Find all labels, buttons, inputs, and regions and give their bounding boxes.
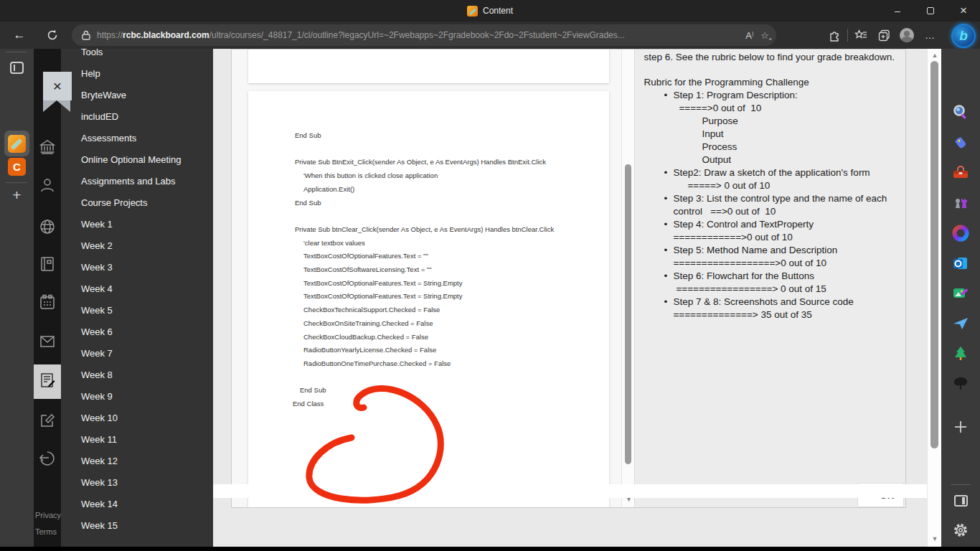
document-viewer[interactable]: End Sub Private Sub BtnExit_Click(sender… [232, 50, 634, 507]
rubric-line: =====> 0 out of 10 [635, 179, 905, 192]
menu-item-week-13[interactable]: Week 13 [61, 472, 213, 494]
sidebar-shopping-button[interactable] [941, 133, 980, 155]
refresh-icon [47, 29, 58, 41]
rail-calendar[interactable] [34, 289, 61, 318]
tab-c[interactable]: C [0, 158, 34, 176]
scroll-up-icon[interactable]: ▲ [928, 52, 942, 59]
rail-grades[interactable] [34, 364, 61, 399]
menu-item-online-optional-meeting[interactable]: Online Optional Meeting [61, 149, 213, 171]
menu-item-week-14[interactable]: Week 14 [61, 494, 213, 515]
close-menu-button[interactable]: × [43, 72, 72, 100]
menu-item-tools[interactable]: Tools [61, 49, 213, 63]
collections-icon [878, 29, 890, 42]
search-icon [951, 103, 970, 125]
code-line: End Sub [293, 129, 609, 143]
menu-item-week-5[interactable]: Week 5 [61, 300, 213, 321]
code-line [293, 209, 609, 223]
address-bar[interactable]: https://rcbc.blackboard.com/ultra/course… [72, 24, 776, 46]
sidebar-games-button[interactable] [941, 194, 980, 215]
maximize-button[interactable] [914, 0, 947, 22]
active-tab-title: Content [0, 0, 980, 22]
refresh-button[interactable] [40, 23, 65, 47]
rail-messages[interactable] [34, 329, 61, 357]
blackboard-nav-rail: PrivacyTerms [34, 49, 61, 547]
sidebar-add-button[interactable] [941, 419, 980, 438]
rubric-line: Rubric for the Programming Challenge [635, 76, 905, 89]
bullet-icon: • [664, 218, 667, 231]
menu-item-week-12[interactable]: Week 12 [61, 451, 213, 472]
menu-item-week-9[interactable]: Week 9 [61, 386, 213, 408]
close-button[interactable]: × [947, 0, 980, 22]
menu-item-week-6[interactable]: Week 6 [61, 321, 213, 343]
rail-courses[interactable] [34, 251, 61, 280]
menu-item-week-11[interactable]: Week 11 [61, 429, 213, 451]
back-button[interactable]: ← [7, 23, 32, 47]
tab-content[interactable] [0, 135, 34, 153]
new-tab-button[interactable]: + [0, 187, 34, 204]
collections-button[interactable] [872, 23, 895, 47]
source-code: End Sub Private Sub BtnExit_Click(sender… [248, 91, 609, 411]
content-area: End Sub Private Sub BtnExit_Click(sender… [213, 49, 927, 547]
add-favorite-button[interactable]: ☆+ [760, 30, 769, 41]
favorites-button[interactable] [849, 23, 872, 47]
document-scrollbar[interactable]: ▼ [621, 50, 634, 507]
menu-item-assignments-and-labs[interactable]: Assignments and Labs [61, 171, 213, 192]
sidebar-drop-button[interactable] [941, 314, 980, 336]
footer-link-privacy[interactable]: Privacy [35, 511, 61, 519]
rail-institution[interactable] [34, 134, 61, 163]
add-icon [953, 419, 969, 438]
read-aloud-button[interactable]: A) [745, 30, 753, 41]
minimize-button[interactable]: – [881, 0, 914, 22]
document-page [248, 50, 609, 83]
menu-item-help[interactable]: Help [61, 63, 213, 85]
menu-item-week-7[interactable]: Week 7 [61, 343, 213, 364]
menu-item-week-2[interactable]: Week 2 [61, 235, 213, 257]
menu-item-included[interactable]: includED [61, 106, 213, 128]
code-line: TextBoxCostOfSoftwareLicensing.Text = "" [293, 263, 609, 277]
tabstrip-divider [6, 182, 27, 183]
scroll-down-icon[interactable]: ▼ [928, 535, 942, 542]
sidebar-image-creator-button[interactable] [941, 284, 980, 306]
rubric-line: •Step 7 & 8: Screenshots and Source code [635, 296, 905, 309]
menu-item-week-10[interactable]: Week 10 [61, 408, 213, 429]
dark-tree-icon [951, 375, 970, 396]
rubric-line: ==============> 35 out of 35 [635, 309, 905, 321]
profile-button[interactable] [895, 23, 918, 47]
bing-copilot-button[interactable]: b [951, 24, 976, 48]
sidebar-m365-button[interactable] [941, 224, 980, 245]
page-scrollbar[interactable]: ▲ ▼ [927, 49, 941, 547]
red-circle-annotation [303, 365, 519, 507]
menu-item-course-projects[interactable]: Course Projects [61, 192, 213, 214]
rail-signout[interactable] [34, 446, 61, 474]
menu-item-week-4[interactable]: Week 4 [61, 278, 213, 300]
sidebar-search-button[interactable] [941, 103, 980, 125]
bing-icon: b [959, 28, 968, 44]
sidebar-outlook-button[interactable] [941, 254, 980, 276]
menu-item-week-8[interactable]: Week 8 [61, 364, 213, 386]
rail-profile[interactable] [34, 172, 61, 201]
sidebar-settings-button[interactable] [941, 522, 980, 538]
settings-more-button[interactable]: … [918, 23, 941, 47]
footer-link-terms[interactable]: Terms [35, 527, 61, 536]
menu-item-assessments[interactable]: Assessments [61, 128, 213, 149]
menu-item-brytewave[interactable]: BryteWave [61, 85, 213, 106]
extensions-button[interactable] [823, 23, 846, 47]
tab-actions-button[interactable] [0, 62, 34, 74]
menu-item-week-1[interactable]: Week 1 [61, 214, 213, 235]
bullet-icon: • [664, 89, 667, 102]
document-scrollbar-thumb[interactable] [625, 164, 631, 464]
rail-compose[interactable] [34, 408, 61, 436]
sidebar-toggle-button[interactable] [941, 495, 980, 507]
grade-feedback-panel: End Sub Private Sub BtnExit_Click(sender… [231, 49, 906, 508]
code-line: Private Sub btnClear_Click(sender As Obj… [293, 223, 609, 237]
menu-item-week-3[interactable]: Week 3 [61, 257, 213, 278]
sidebar-tree-button[interactable] [941, 344, 980, 366]
sidebar-toolbox-button[interactable] [941, 164, 980, 185]
sidebar-dark-tree-button[interactable] [941, 375, 980, 396]
sidebar-divider [951, 484, 971, 485]
shopping-icon [951, 133, 970, 155]
page-scrollbar-thumb[interactable] [930, 61, 938, 448]
tab-actions-icon [10, 62, 24, 74]
menu-item-week-15[interactable]: Week 15 [61, 515, 213, 537]
rail-globe[interactable] [34, 214, 61, 242]
